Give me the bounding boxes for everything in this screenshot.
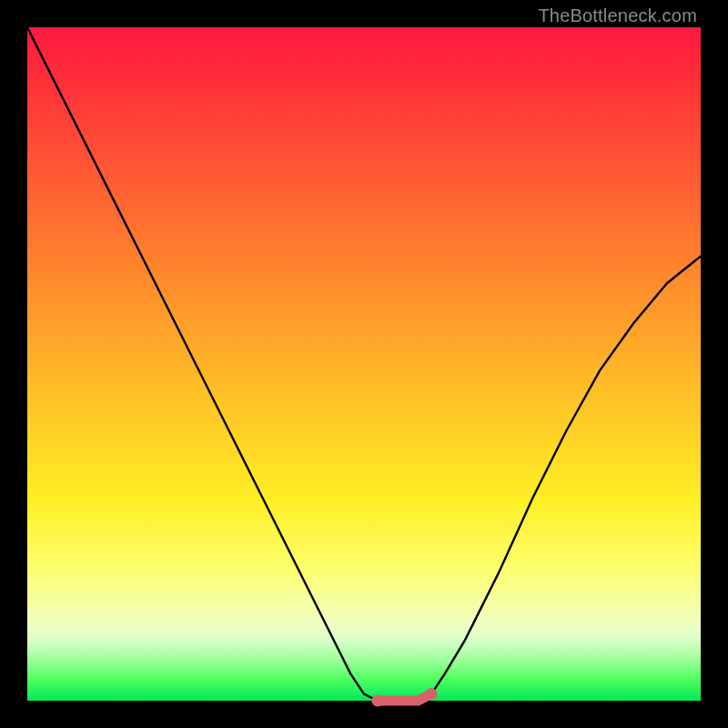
highlight-segment — [378, 694, 431, 701]
curve-svg — [27, 27, 701, 701]
highlight-start-dot — [371, 695, 383, 707]
plot-area — [27, 27, 701, 701]
chart-frame: TheBottleneck.com — [0, 0, 728, 728]
bottleneck-curve — [27, 27, 701, 701]
watermark-text: TheBottleneck.com — [538, 5, 697, 26]
highlight-end-dot — [426, 688, 438, 700]
